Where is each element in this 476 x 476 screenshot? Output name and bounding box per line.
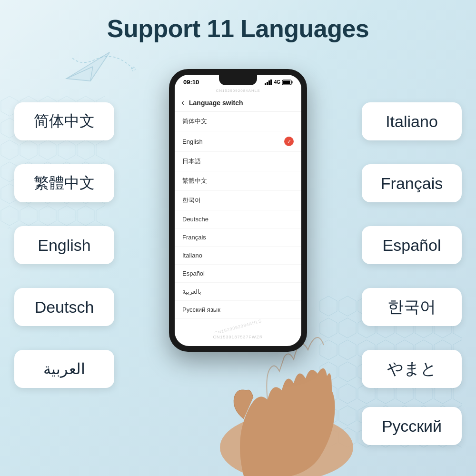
svg-line-3: [90, 67, 93, 81]
paper-plane-icon: [62, 48, 114, 83]
watermark-top: CN1529092084AHLS: [175, 88, 301, 94]
badge-traditional-chinese: 繁體中文: [14, 164, 114, 202]
watermark-mid-container: CN1529092084AHLS: [175, 319, 301, 333]
svg-rect-9: [265, 83, 266, 85]
watermark-mid: CN1529092084AHLS: [214, 319, 262, 333]
badge-deutsch: Deutsch: [14, 288, 114, 326]
list-item[interactable]: Español: [175, 265, 301, 283]
page-title: Support 11 Languages: [0, 14, 476, 43]
badge-italiano: Italiano: [362, 102, 462, 140]
phone-outer: 09:10 4G CN15290: [169, 69, 307, 352]
list-item[interactable]: 한국어: [175, 191, 301, 210]
svg-rect-10: [267, 82, 268, 85]
list-item[interactable]: Italiano: [175, 247, 301, 265]
list-item[interactable]: Français: [175, 228, 301, 247]
list-item[interactable]: Русский язык: [175, 301, 301, 319]
svg-rect-12: [270, 79, 272, 85]
badge-japanese: やまと: [362, 350, 462, 388]
list-item[interactable]: 日本語: [175, 152, 301, 171]
list-item[interactable]: 繁體中文: [175, 171, 301, 191]
status-icons: 4G: [265, 79, 293, 85]
battery-icon: [282, 79, 293, 85]
badge-korean: 한국어: [362, 288, 462, 326]
svg-rect-15: [283, 80, 290, 84]
svg-marker-2: [67, 52, 109, 81]
svg-rect-14: [292, 81, 293, 83]
watermark-bottom: CN1530187537FWZR: [175, 333, 301, 341]
list-item[interactable]: 简体中文: [175, 112, 301, 131]
svg-rect-11: [268, 80, 270, 85]
svg-point-16: [220, 414, 353, 476]
svg-marker-1: [67, 52, 109, 81]
phone-screen: 09:10 4G CN15290: [175, 75, 301, 346]
badge-arabic: العربية: [14, 350, 114, 388]
list-item[interactable]: Deutsche: [175, 210, 301, 228]
check-icon: ✓: [284, 137, 294, 146]
phone-mockup: 09:10 4G CN15290: [169, 69, 307, 352]
network-type: 4G: [274, 79, 280, 85]
status-time: 09:10: [183, 79, 199, 86]
list-item-selected[interactable]: English ✓: [175, 131, 301, 152]
svg-line-4: [67, 67, 93, 79]
badge-simplified-chinese: 简体中文: [14, 102, 114, 140]
nav-back-button[interactable]: ‹: [181, 98, 184, 108]
nav-title: Language switch: [189, 99, 243, 107]
signal-icon: [265, 79, 272, 85]
badge-espanol: Español: [362, 226, 462, 264]
nav-bar: ‹ Language switch: [175, 94, 301, 112]
svg-point-0: [131, 67, 135, 71]
badge-english: English: [14, 226, 114, 264]
badge-russian: Русский: [362, 407, 462, 445]
list-item[interactable]: بالعربية: [175, 283, 301, 301]
language-list: 简体中文 English ✓ 日本語 繁體中文 한국어 Deutsche: [175, 112, 301, 319]
badge-francais: Français: [362, 164, 462, 202]
